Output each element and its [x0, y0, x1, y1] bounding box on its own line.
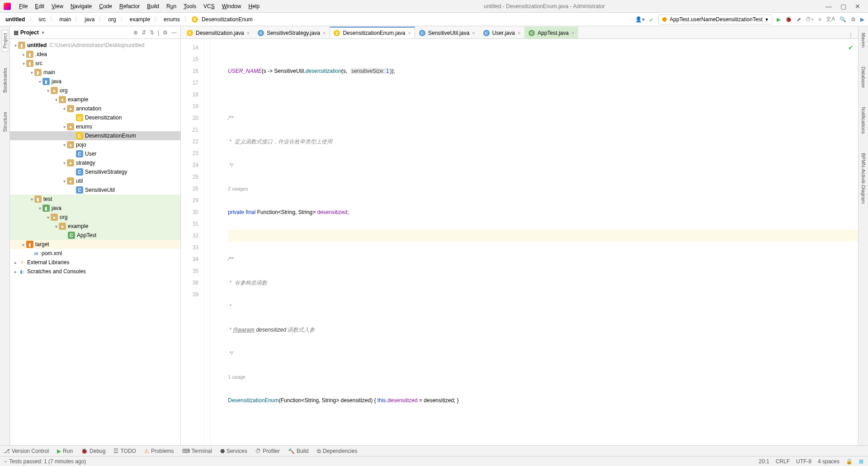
tool-debug[interactable]: 🐞Debug [81, 448, 105, 454]
menu-build[interactable]: Build [143, 2, 163, 11]
menu-code[interactable]: Code [95, 2, 116, 11]
tree-idea[interactable]: ▸▮.idea [10, 50, 180, 59]
tree-strategy[interactable]: ▾●strategy [10, 158, 180, 167]
tree-sensitive-strategy[interactable]: CSensitiveStrategy [10, 167, 180, 176]
tree-util[interactable]: ▾●util [10, 176, 180, 185]
tool-run[interactable]: ▶Run [57, 448, 73, 454]
settings-icon[interactable]: ⚙ [851, 16, 856, 23]
file-encoding[interactable]: UTF-8 [796, 458, 811, 465]
profile-button[interactable]: ⏱▾ [806, 16, 814, 23]
inspection-ok-icon[interactable]: ✔ [848, 42, 854, 53]
bc-untitled[interactable]: untitled [4, 15, 27, 24]
tree-main[interactable]: ▾▮main [10, 68, 180, 77]
caret-position[interactable]: 20:1 [759, 458, 769, 465]
close-tab-icon[interactable]: × [472, 30, 475, 36]
bc-enums[interactable]: enums [162, 15, 182, 24]
tab-sensitive-util[interactable]: CSensitiveUtil.java× [415, 27, 479, 38]
close-tab-icon[interactable]: × [408, 30, 411, 36]
tree-scratches[interactable]: ▸◐Scratches and Consoles [10, 267, 180, 276]
tool-build[interactable]: 🔨Build [288, 448, 309, 454]
expand-icon[interactable]: ⇵ [142, 29, 146, 36]
tree-example[interactable]: ▾●example [10, 95, 180, 104]
tree-root[interactable]: ▾▮untitledC:\Users\Administrator\Desktop… [10, 41, 180, 50]
bc-src[interactable]: src [37, 15, 47, 24]
menu-refactor[interactable]: Refactor [116, 2, 143, 11]
menu-vcs[interactable]: VCS [200, 2, 218, 11]
tab-bookmarks[interactable]: Bookmarks [2, 65, 8, 95]
maximize-icon[interactable]: ▢ [840, 3, 846, 10]
tool-services[interactable]: ⬣Services [220, 448, 247, 454]
run-anything-icon[interactable]: ▶ [860, 16, 864, 23]
menu-navigate[interactable]: Navigate [67, 2, 95, 11]
tab-sensitive-strategy[interactable]: CSensitiveStrategy.java× [254, 27, 330, 38]
run-config-selector[interactable]: AppTest.userNameDesensitizationTest ▾ [658, 14, 772, 24]
tree-target[interactable]: ▸▮target [10, 240, 180, 249]
tree-test-java[interactable]: ▾▮java [10, 204, 180, 213]
tree-java[interactable]: ▾▮java [10, 77, 180, 86]
tool-version-control[interactable]: ⎇Version Control [4, 448, 49, 454]
locate-icon[interactable]: ⊕ [133, 29, 138, 36]
code-editor[interactable]: 1415161718192021222324252629303132333435… [181, 39, 858, 445]
minimize-icon[interactable]: — [826, 3, 832, 10]
build-icon[interactable]: ↙ [649, 16, 654, 23]
menu-window[interactable]: Window [218, 2, 245, 11]
tab-database[interactable]: Database [861, 64, 866, 90]
status-icon[interactable]: ▫ [5, 458, 6, 465]
tool-todo[interactable]: ☲TODO [113, 448, 136, 454]
tab-bpmn[interactable]: BPMN-Activiti-Diagram [861, 150, 866, 206]
menu-help[interactable]: Help [245, 2, 263, 11]
close-tab-icon[interactable]: × [571, 30, 574, 36]
tab-desensitization[interactable]: EDesensitization.java× [183, 27, 254, 38]
menu-view[interactable]: View [48, 2, 67, 11]
stop-button[interactable]: ■ [818, 16, 821, 23]
tab-apptest[interactable]: CAppTest.java× [524, 27, 578, 38]
coverage-button[interactable]: ⬈ [797, 16, 801, 23]
tool-problems[interactable]: ⚠Problems [144, 448, 174, 454]
tree-test[interactable]: ▾▮test [10, 195, 180, 204]
search-icon[interactable]: 🔍 [840, 16, 846, 23]
bc-class[interactable]: DesensitizationEnum [200, 15, 255, 24]
close-tab-icon[interactable]: × [323, 30, 326, 36]
readonly-icon[interactable]: 🔒 [846, 458, 853, 465]
hide-icon[interactable]: — [171, 29, 177, 36]
bc-example[interactable]: example [128, 15, 152, 24]
close-tab-icon[interactable]: × [247, 30, 250, 36]
tab-desensitization-enum[interactable]: EDesensitizationEnum.java× [330, 27, 415, 38]
tree-enums[interactable]: ▾●enums [10, 122, 180, 131]
menu-file[interactable]: File [15, 2, 31, 11]
chevron-down-icon[interactable]: ▾ [42, 29, 44, 36]
tree-user[interactable]: CUser [10, 149, 180, 158]
collapse-icon[interactable]: ⇅ [150, 29, 154, 36]
tree-test-org[interactable]: ▾●org [10, 213, 180, 222]
menu-run[interactable]: Run [163, 2, 180, 11]
tree-org[interactable]: ▾●org [10, 86, 180, 95]
menu-edit[interactable]: Edit [31, 2, 48, 11]
translate-icon[interactable]: 文A [826, 15, 835, 23]
bc-java[interactable]: java [83, 15, 96, 24]
run-button[interactable]: ▶ [777, 16, 781, 23]
tab-notifications[interactable]: Notifications [861, 104, 866, 137]
tree-apptest[interactable]: CAppTest [10, 231, 180, 240]
close-icon[interactable]: ✕ [854, 3, 861, 10]
debug-button[interactable]: 🐞 [785, 16, 792, 23]
tab-menu-icon[interactable]: ⋮ [844, 32, 858, 38]
tree-desensitization-enum[interactable]: EDesensitizationEnum [10, 131, 180, 140]
menu-tools[interactable]: Tools [180, 2, 200, 11]
gear-icon[interactable]: ⚙ [163, 29, 168, 36]
user-icon[interactable]: 👤▾ [635, 16, 645, 23]
bc-org[interactable]: org [106, 15, 118, 24]
tree-external-libs[interactable]: ▸⫴External Libraries [10, 258, 180, 267]
bc-main[interactable]: main [57, 15, 73, 24]
tree-test-example[interactable]: ▾●example [10, 222, 180, 231]
tab-maven[interactable]: Maven [861, 30, 866, 50]
tool-dependencies[interactable]: ⧉Dependencies [317, 448, 358, 454]
tool-profiler[interactable]: ⏱Profiler [255, 448, 280, 454]
tree-desensitization[interactable]: @Desensitization [10, 113, 180, 122]
tab-project[interactable]: Project [2, 30, 8, 52]
tab-structure[interactable]: Structure [2, 109, 8, 135]
tree-pom[interactable]: mpom.xml [10, 249, 180, 258]
indent-settings[interactable]: 4 spaces [818, 458, 840, 465]
tree-sensitive-util[interactable]: CSensitiveUtil [10, 185, 180, 195]
tab-user[interactable]: CUser.java× [479, 27, 524, 38]
code-content[interactable]: ✔ USER_NAME(s -> SensitiveUtil.desensiti… [211, 39, 858, 445]
